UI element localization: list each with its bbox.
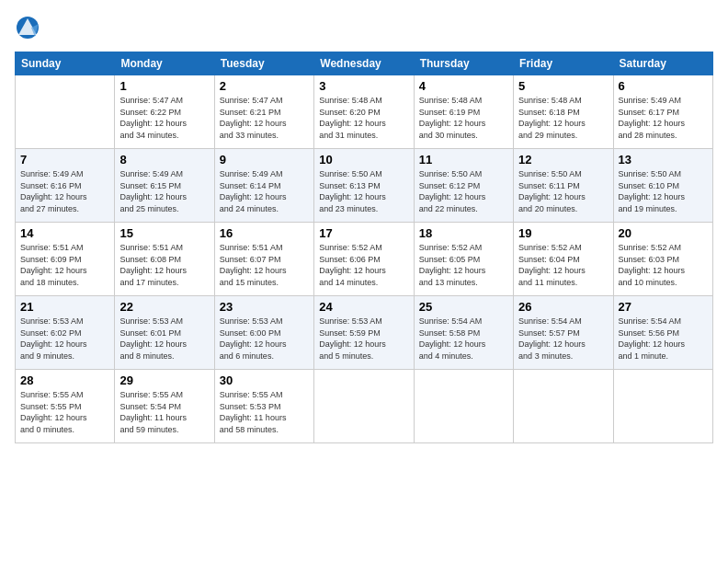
day-info: Sunrise: 5:49 AM Sunset: 6:14 PM Dayligh…: [220, 168, 309, 214]
day-info: Sunrise: 5:49 AM Sunset: 6:17 PM Dayligh…: [619, 95, 708, 141]
day-info: Sunrise: 5:53 AM Sunset: 5:59 PM Dayligh…: [319, 316, 408, 362]
calendar-table: SundayMondayTuesdayWednesdayThursdayFrid…: [15, 52, 713, 443]
day-number: 8: [119, 153, 209, 167]
day-number: 1: [119, 79, 209, 93]
day-number: 2: [220, 79, 309, 93]
day-info: Sunrise: 5:53 AM Sunset: 6:00 PM Dayligh…: [220, 316, 309, 362]
table-row: 10Sunrise: 5:50 AM Sunset: 6:13 PM Dayli…: [314, 149, 414, 223]
day-info: Sunrise: 5:47 AM Sunset: 6:21 PM Dayligh…: [220, 95, 309, 141]
day-number: 29: [119, 373, 209, 387]
table-row: 30Sunrise: 5:55 AM Sunset: 5:53 PM Dayli…: [214, 370, 313, 443]
table-row: [613, 370, 712, 443]
calendar-week-row: 21Sunrise: 5:53 AM Sunset: 6:02 PM Dayli…: [16, 296, 713, 370]
day-info: Sunrise: 5:53 AM Sunset: 6:02 PM Dayligh…: [20, 316, 109, 362]
day-number: 15: [119, 226, 209, 240]
day-info: Sunrise: 5:51 AM Sunset: 6:09 PM Dayligh…: [20, 242, 109, 288]
day-number: 3: [319, 79, 408, 93]
day-info: Sunrise: 5:50 AM Sunset: 6:12 PM Dayligh…: [419, 168, 508, 214]
table-row: 18Sunrise: 5:52 AM Sunset: 6:05 PM Dayli…: [414, 223, 513, 296]
table-row: 6Sunrise: 5:49 AM Sunset: 6:17 PM Daylig…: [613, 75, 712, 149]
day-info: Sunrise: 5:54 AM Sunset: 5:57 PM Dayligh…: [518, 316, 608, 362]
day-number: 6: [619, 79, 708, 93]
table-row: 5Sunrise: 5:48 AM Sunset: 6:18 PM Daylig…: [514, 75, 613, 149]
day-number: 23: [220, 300, 309, 314]
table-row: 14Sunrise: 5:51 AM Sunset: 6:09 PM Dayli…: [16, 223, 115, 296]
table-row: 2Sunrise: 5:47 AM Sunset: 6:21 PM Daylig…: [214, 75, 313, 149]
day-number: 4: [419, 79, 508, 93]
day-info: Sunrise: 5:55 AM Sunset: 5:54 PM Dayligh…: [119, 389, 209, 435]
table-row: 21Sunrise: 5:53 AM Sunset: 6:02 PM Dayli…: [16, 296, 115, 370]
day-number: 22: [119, 300, 209, 314]
day-number: 9: [220, 153, 309, 167]
calendar-week-row: 14Sunrise: 5:51 AM Sunset: 6:09 PM Dayli…: [16, 223, 713, 296]
day-number: 11: [419, 153, 508, 167]
day-number: 17: [319, 226, 408, 240]
day-number: 26: [518, 300, 608, 314]
day-number: 10: [319, 153, 408, 167]
day-info: Sunrise: 5:53 AM Sunset: 6:01 PM Dayligh…: [119, 316, 209, 362]
table-row: 1Sunrise: 5:47 AM Sunset: 6:22 PM Daylig…: [115, 75, 214, 149]
day-info: Sunrise: 5:55 AM Sunset: 5:53 PM Dayligh…: [220, 389, 309, 435]
col-header-thursday: Thursday: [414, 52, 513, 75]
table-row: 11Sunrise: 5:50 AM Sunset: 6:12 PM Dayli…: [414, 149, 513, 223]
table-row: 3Sunrise: 5:48 AM Sunset: 6:20 PM Daylig…: [314, 75, 414, 149]
col-header-wednesday: Wednesday: [314, 52, 414, 75]
table-row: 9Sunrise: 5:49 AM Sunset: 6:14 PM Daylig…: [214, 149, 313, 223]
day-number: 12: [518, 153, 608, 167]
header: [15, 15, 713, 40]
table-row: [16, 75, 115, 149]
day-info: Sunrise: 5:50 AM Sunset: 6:10 PM Dayligh…: [619, 168, 708, 214]
day-info: Sunrise: 5:52 AM Sunset: 6:03 PM Dayligh…: [619, 242, 708, 288]
day-info: Sunrise: 5:52 AM Sunset: 6:06 PM Dayligh…: [319, 242, 408, 288]
table-row: 27Sunrise: 5:54 AM Sunset: 5:56 PM Dayli…: [613, 296, 712, 370]
table-row: 19Sunrise: 5:52 AM Sunset: 6:04 PM Dayli…: [514, 223, 613, 296]
day-info: Sunrise: 5:55 AM Sunset: 5:55 PM Dayligh…: [20, 389, 109, 435]
table-row: 13Sunrise: 5:50 AM Sunset: 6:10 PM Dayli…: [613, 149, 712, 223]
calendar-week-row: 28Sunrise: 5:55 AM Sunset: 5:55 PM Dayli…: [16, 370, 713, 443]
calendar-header-row: SundayMondayTuesdayWednesdayThursdayFrid…: [16, 52, 713, 75]
day-info: Sunrise: 5:50 AM Sunset: 6:11 PM Dayligh…: [518, 168, 608, 214]
table-row: 25Sunrise: 5:54 AM Sunset: 5:58 PM Dayli…: [414, 296, 513, 370]
table-row: [514, 370, 613, 443]
table-row: 23Sunrise: 5:53 AM Sunset: 6:00 PM Dayli…: [214, 296, 313, 370]
day-info: Sunrise: 5:50 AM Sunset: 6:13 PM Dayligh…: [319, 168, 408, 214]
table-row: 20Sunrise: 5:52 AM Sunset: 6:03 PM Dayli…: [613, 223, 712, 296]
calendar-week-row: 1Sunrise: 5:47 AM Sunset: 6:22 PM Daylig…: [16, 75, 713, 149]
day-info: Sunrise: 5:51 AM Sunset: 6:07 PM Dayligh…: [220, 242, 309, 288]
day-info: Sunrise: 5:48 AM Sunset: 6:18 PM Dayligh…: [518, 95, 608, 141]
calendar-week-row: 7Sunrise: 5:49 AM Sunset: 6:16 PM Daylig…: [16, 149, 713, 223]
day-info: Sunrise: 5:47 AM Sunset: 6:22 PM Dayligh…: [119, 95, 209, 141]
day-info: Sunrise: 5:52 AM Sunset: 6:05 PM Dayligh…: [419, 242, 508, 288]
col-header-friday: Friday: [514, 52, 613, 75]
day-number: 25: [419, 300, 508, 314]
logo-icon: [15, 15, 40, 40]
day-info: Sunrise: 5:48 AM Sunset: 6:20 PM Dayligh…: [319, 95, 408, 141]
col-header-saturday: Saturday: [613, 52, 712, 75]
col-header-tuesday: Tuesday: [214, 52, 313, 75]
table-row: [414, 370, 513, 443]
page: SundayMondayTuesdayWednesdayThursdayFrid…: [0, 0, 728, 563]
table-row: 28Sunrise: 5:55 AM Sunset: 5:55 PM Dayli…: [16, 370, 115, 443]
day-info: Sunrise: 5:49 AM Sunset: 6:16 PM Dayligh…: [20, 168, 109, 214]
day-number: 7: [20, 153, 109, 167]
table-row: 7Sunrise: 5:49 AM Sunset: 6:16 PM Daylig…: [16, 149, 115, 223]
day-number: 27: [619, 300, 708, 314]
day-info: Sunrise: 5:52 AM Sunset: 6:04 PM Dayligh…: [518, 242, 608, 288]
table-row: 4Sunrise: 5:48 AM Sunset: 6:19 PM Daylig…: [414, 75, 513, 149]
day-number: 13: [619, 153, 708, 167]
day-number: 19: [518, 226, 608, 240]
table-row: 16Sunrise: 5:51 AM Sunset: 6:07 PM Dayli…: [214, 223, 313, 296]
col-header-monday: Monday: [115, 52, 214, 75]
col-header-sunday: Sunday: [16, 52, 115, 75]
table-row: 26Sunrise: 5:54 AM Sunset: 5:57 PM Dayli…: [514, 296, 613, 370]
day-number: 20: [619, 226, 708, 240]
day-number: 5: [518, 79, 608, 93]
day-info: Sunrise: 5:54 AM Sunset: 5:58 PM Dayligh…: [419, 316, 508, 362]
table-row: 22Sunrise: 5:53 AM Sunset: 6:01 PM Dayli…: [115, 296, 214, 370]
day-number: 28: [20, 373, 109, 387]
table-row: 24Sunrise: 5:53 AM Sunset: 5:59 PM Dayli…: [314, 296, 414, 370]
table-row: 12Sunrise: 5:50 AM Sunset: 6:11 PM Dayli…: [514, 149, 613, 223]
table-row: [314, 370, 414, 443]
day-number: 24: [319, 300, 408, 314]
day-info: Sunrise: 5:48 AM Sunset: 6:19 PM Dayligh…: [419, 95, 508, 141]
